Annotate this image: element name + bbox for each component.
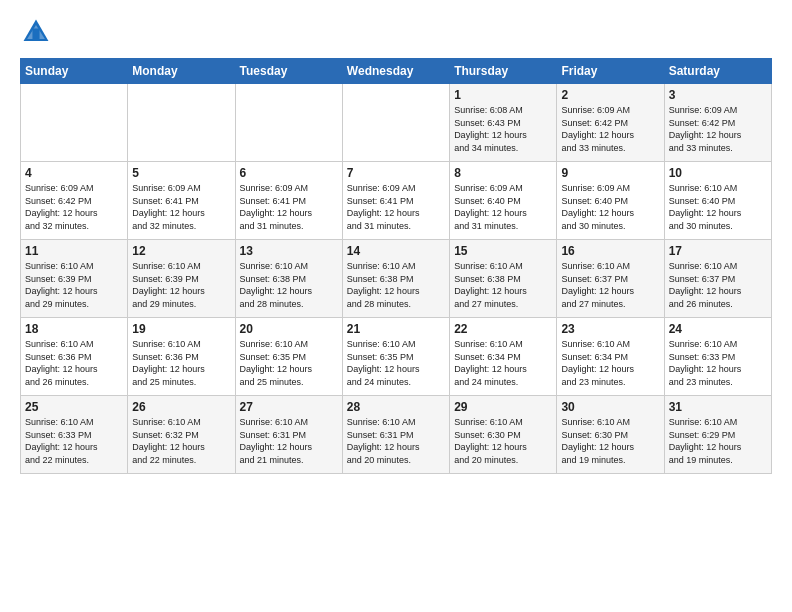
header-cell-monday: Monday xyxy=(128,59,235,84)
day-info: Sunrise: 6:10 AM Sunset: 6:40 PM Dayligh… xyxy=(669,182,767,232)
day-number: 26 xyxy=(132,400,230,414)
day-cell: 11Sunrise: 6:10 AM Sunset: 6:39 PM Dayli… xyxy=(21,240,128,318)
day-number: 31 xyxy=(669,400,767,414)
day-info: Sunrise: 6:09 AM Sunset: 6:42 PM Dayligh… xyxy=(669,104,767,154)
week-row-0: 1Sunrise: 6:08 AM Sunset: 6:43 PM Daylig… xyxy=(21,84,772,162)
day-cell: 23Sunrise: 6:10 AM Sunset: 6:34 PM Dayli… xyxy=(557,318,664,396)
day-info: Sunrise: 6:10 AM Sunset: 6:36 PM Dayligh… xyxy=(25,338,123,388)
day-cell: 4Sunrise: 6:09 AM Sunset: 6:42 PM Daylig… xyxy=(21,162,128,240)
day-info: Sunrise: 6:10 AM Sunset: 6:33 PM Dayligh… xyxy=(669,338,767,388)
day-info: Sunrise: 6:10 AM Sunset: 6:34 PM Dayligh… xyxy=(561,338,659,388)
day-cell: 9Sunrise: 6:09 AM Sunset: 6:40 PM Daylig… xyxy=(557,162,664,240)
day-number: 10 xyxy=(669,166,767,180)
day-cell: 10Sunrise: 6:10 AM Sunset: 6:40 PM Dayli… xyxy=(664,162,771,240)
day-cell: 18Sunrise: 6:10 AM Sunset: 6:36 PM Dayli… xyxy=(21,318,128,396)
day-number: 9 xyxy=(561,166,659,180)
day-number: 4 xyxy=(25,166,123,180)
day-cell: 20Sunrise: 6:10 AM Sunset: 6:35 PM Dayli… xyxy=(235,318,342,396)
week-row-1: 4Sunrise: 6:09 AM Sunset: 6:42 PM Daylig… xyxy=(21,162,772,240)
day-number: 6 xyxy=(240,166,338,180)
day-info: Sunrise: 6:10 AM Sunset: 6:37 PM Dayligh… xyxy=(669,260,767,310)
day-cell xyxy=(128,84,235,162)
day-info: Sunrise: 6:10 AM Sunset: 6:35 PM Dayligh… xyxy=(240,338,338,388)
day-info: Sunrise: 6:10 AM Sunset: 6:29 PM Dayligh… xyxy=(669,416,767,466)
day-cell xyxy=(21,84,128,162)
day-number: 29 xyxy=(454,400,552,414)
day-cell: 22Sunrise: 6:10 AM Sunset: 6:34 PM Dayli… xyxy=(450,318,557,396)
day-number: 27 xyxy=(240,400,338,414)
day-info: Sunrise: 6:10 AM Sunset: 6:30 PM Dayligh… xyxy=(561,416,659,466)
day-number: 7 xyxy=(347,166,445,180)
day-info: Sunrise: 6:08 AM Sunset: 6:43 PM Dayligh… xyxy=(454,104,552,154)
logo xyxy=(20,16,56,48)
header xyxy=(20,16,772,48)
week-row-2: 11Sunrise: 6:10 AM Sunset: 6:39 PM Dayli… xyxy=(21,240,772,318)
page: SundayMondayTuesdayWednesdayThursdayFrid… xyxy=(0,0,792,484)
day-info: Sunrise: 6:10 AM Sunset: 6:38 PM Dayligh… xyxy=(240,260,338,310)
day-cell: 14Sunrise: 6:10 AM Sunset: 6:38 PM Dayli… xyxy=(342,240,449,318)
day-number: 3 xyxy=(669,88,767,102)
day-cell xyxy=(342,84,449,162)
day-cell: 1Sunrise: 6:08 AM Sunset: 6:43 PM Daylig… xyxy=(450,84,557,162)
header-row: SundayMondayTuesdayWednesdayThursdayFrid… xyxy=(21,59,772,84)
day-info: Sunrise: 6:09 AM Sunset: 6:41 PM Dayligh… xyxy=(347,182,445,232)
day-number: 19 xyxy=(132,322,230,336)
day-number: 20 xyxy=(240,322,338,336)
day-number: 1 xyxy=(454,88,552,102)
day-cell: 17Sunrise: 6:10 AM Sunset: 6:37 PM Dayli… xyxy=(664,240,771,318)
day-info: Sunrise: 6:10 AM Sunset: 6:39 PM Dayligh… xyxy=(132,260,230,310)
day-info: Sunrise: 6:10 AM Sunset: 6:37 PM Dayligh… xyxy=(561,260,659,310)
day-number: 21 xyxy=(347,322,445,336)
day-cell: 8Sunrise: 6:09 AM Sunset: 6:40 PM Daylig… xyxy=(450,162,557,240)
day-number: 24 xyxy=(669,322,767,336)
day-cell xyxy=(235,84,342,162)
day-info: Sunrise: 6:10 AM Sunset: 6:38 PM Dayligh… xyxy=(454,260,552,310)
day-number: 18 xyxy=(25,322,123,336)
day-number: 13 xyxy=(240,244,338,258)
header-cell-friday: Friday xyxy=(557,59,664,84)
day-number: 2 xyxy=(561,88,659,102)
day-info: Sunrise: 6:09 AM Sunset: 6:41 PM Dayligh… xyxy=(132,182,230,232)
day-info: Sunrise: 6:10 AM Sunset: 6:32 PM Dayligh… xyxy=(132,416,230,466)
day-info: Sunrise: 6:09 AM Sunset: 6:41 PM Dayligh… xyxy=(240,182,338,232)
day-cell: 30Sunrise: 6:10 AM Sunset: 6:30 PM Dayli… xyxy=(557,396,664,474)
day-number: 8 xyxy=(454,166,552,180)
day-info: Sunrise: 6:09 AM Sunset: 6:42 PM Dayligh… xyxy=(561,104,659,154)
header-cell-thursday: Thursday xyxy=(450,59,557,84)
day-number: 25 xyxy=(25,400,123,414)
day-info: Sunrise: 6:10 AM Sunset: 6:38 PM Dayligh… xyxy=(347,260,445,310)
day-cell: 29Sunrise: 6:10 AM Sunset: 6:30 PM Dayli… xyxy=(450,396,557,474)
day-info: Sunrise: 6:10 AM Sunset: 6:36 PM Dayligh… xyxy=(132,338,230,388)
day-info: Sunrise: 6:10 AM Sunset: 6:31 PM Dayligh… xyxy=(347,416,445,466)
day-number: 23 xyxy=(561,322,659,336)
header-cell-wednesday: Wednesday xyxy=(342,59,449,84)
day-number: 17 xyxy=(669,244,767,258)
day-cell: 13Sunrise: 6:10 AM Sunset: 6:38 PM Dayli… xyxy=(235,240,342,318)
day-number: 12 xyxy=(132,244,230,258)
calendar-header: SundayMondayTuesdayWednesdayThursdayFrid… xyxy=(21,59,772,84)
svg-rect-2 xyxy=(32,28,39,40)
calendar-body: 1Sunrise: 6:08 AM Sunset: 6:43 PM Daylig… xyxy=(21,84,772,474)
day-info: Sunrise: 6:09 AM Sunset: 6:40 PM Dayligh… xyxy=(454,182,552,232)
day-number: 22 xyxy=(454,322,552,336)
day-info: Sunrise: 6:10 AM Sunset: 6:33 PM Dayligh… xyxy=(25,416,123,466)
day-cell: 31Sunrise: 6:10 AM Sunset: 6:29 PM Dayli… xyxy=(664,396,771,474)
day-cell: 5Sunrise: 6:09 AM Sunset: 6:41 PM Daylig… xyxy=(128,162,235,240)
day-info: Sunrise: 6:10 AM Sunset: 6:35 PM Dayligh… xyxy=(347,338,445,388)
day-number: 15 xyxy=(454,244,552,258)
day-cell: 28Sunrise: 6:10 AM Sunset: 6:31 PM Dayli… xyxy=(342,396,449,474)
day-cell: 2Sunrise: 6:09 AM Sunset: 6:42 PM Daylig… xyxy=(557,84,664,162)
day-cell: 21Sunrise: 6:10 AM Sunset: 6:35 PM Dayli… xyxy=(342,318,449,396)
day-cell: 16Sunrise: 6:10 AM Sunset: 6:37 PM Dayli… xyxy=(557,240,664,318)
day-cell: 7Sunrise: 6:09 AM Sunset: 6:41 PM Daylig… xyxy=(342,162,449,240)
day-cell: 3Sunrise: 6:09 AM Sunset: 6:42 PM Daylig… xyxy=(664,84,771,162)
day-info: Sunrise: 6:10 AM Sunset: 6:31 PM Dayligh… xyxy=(240,416,338,466)
day-number: 11 xyxy=(25,244,123,258)
header-cell-saturday: Saturday xyxy=(664,59,771,84)
day-cell: 24Sunrise: 6:10 AM Sunset: 6:33 PM Dayli… xyxy=(664,318,771,396)
day-cell: 6Sunrise: 6:09 AM Sunset: 6:41 PM Daylig… xyxy=(235,162,342,240)
header-cell-sunday: Sunday xyxy=(21,59,128,84)
day-number: 28 xyxy=(347,400,445,414)
day-cell: 19Sunrise: 6:10 AM Sunset: 6:36 PM Dayli… xyxy=(128,318,235,396)
day-number: 5 xyxy=(132,166,230,180)
